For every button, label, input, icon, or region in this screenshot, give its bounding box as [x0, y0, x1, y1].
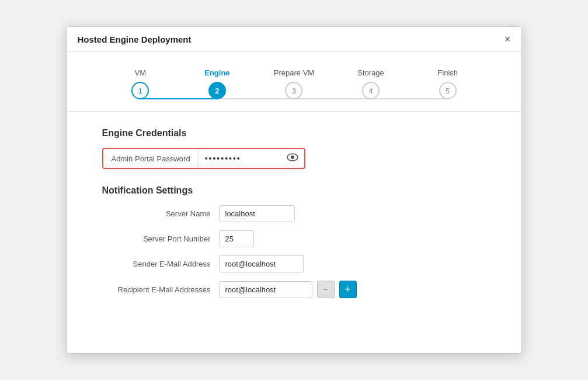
remove-recipient-button[interactable]: −	[317, 281, 335, 298]
server-name-row: Server Name	[102, 205, 486, 222]
step-storage-label: Storage	[357, 68, 384, 77]
sender-email-label: Sender E-Mail Address	[102, 260, 219, 268]
recipient-email-input[interactable]	[219, 281, 312, 298]
step-engine-circle: 2	[208, 82, 226, 99]
step-line-1	[140, 98, 217, 99]
step-vm: VM 1	[102, 68, 179, 99]
server-port-input[interactable]	[219, 230, 254, 247]
dialog-header: Hosted Engine Deployment ×	[67, 27, 521, 52]
toggle-password-icon[interactable]	[281, 153, 304, 164]
notification-settings-title: Notification Settings	[102, 185, 486, 196]
plus-icon: +	[345, 284, 351, 296]
password-field-wrapper: Admin Portal Password	[102, 148, 305, 169]
step-prepare-vm: Prepare VM 3	[256, 68, 333, 99]
server-port-label: Server Port Number	[102, 234, 219, 243]
step-vm-circle: 1	[131, 82, 149, 99]
password-label: Admin Portal Password	[103, 150, 199, 168]
server-name-label: Server Name	[102, 209, 219, 218]
server-port-row: Server Port Number	[102, 230, 486, 247]
step-engine: Engine 2	[179, 68, 256, 99]
step-finish: Finish 5	[409, 68, 486, 99]
recipient-email-label: Recipient E-Mail Addresses	[102, 285, 219, 294]
sender-email-row: Sender E-Mail Address	[102, 255, 486, 272]
step-finish-label: Finish	[437, 68, 458, 77]
step-finish-circle: 5	[439, 82, 457, 99]
dialog-title: Hosted Engine Deployment	[78, 34, 192, 44]
step-line-3	[294, 98, 371, 99]
step-storage: Storage 4	[332, 68, 409, 99]
server-name-input[interactable]	[219, 205, 295, 222]
step-prepare-vm-circle: 3	[285, 82, 302, 99]
step-line-4	[371, 98, 448, 99]
stepper: VM 1 Engine 2 Prepare VM 3 Storage 4 Fin…	[67, 52, 521, 112]
recipient-email-row: Recipient E-Mail Addresses − +	[102, 281, 486, 298]
close-button[interactable]: ×	[505, 34, 511, 44]
sender-email-input[interactable]	[219, 255, 304, 272]
add-recipient-button[interactable]: +	[339, 281, 357, 298]
step-storage-circle: 4	[362, 82, 380, 99]
svg-point-1	[291, 156, 294, 159]
dialog-content: Engine Credentials Admin Portal Password…	[67, 112, 521, 353]
step-line-2	[217, 98, 294, 99]
recipient-email-controls: − +	[219, 281, 357, 298]
admin-portal-password-input[interactable]	[199, 149, 281, 168]
engine-credentials-title: Engine Credentials	[102, 128, 486, 139]
step-engine-label: Engine	[204, 68, 229, 77]
minus-icon: −	[323, 284, 328, 295]
step-vm-label: VM	[135, 68, 147, 77]
hosted-engine-dialog: Hosted Engine Deployment × VM 1 Engine 2…	[67, 26, 522, 354]
step-prepare-vm-label: Prepare VM	[274, 68, 314, 77]
